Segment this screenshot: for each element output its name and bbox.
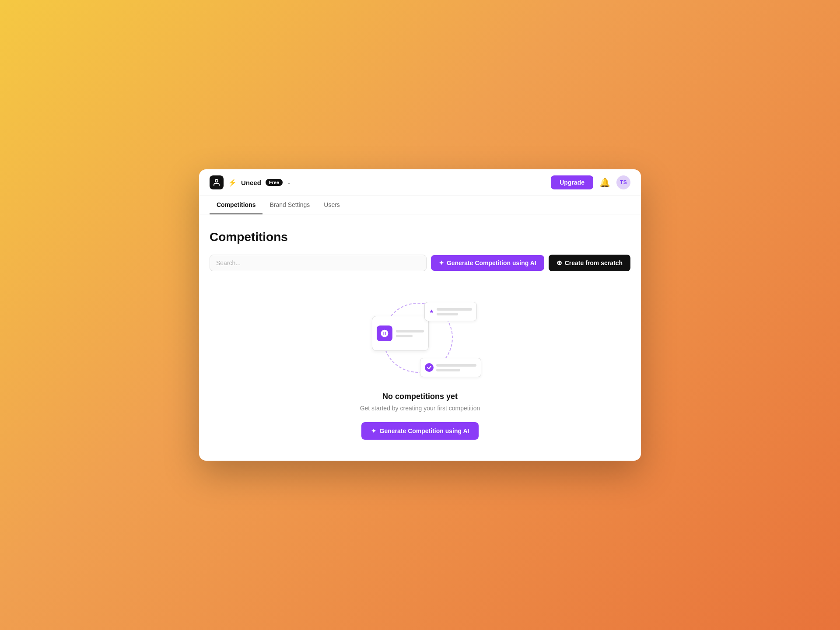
nav-tabs: Competitions Brand Settings Users [199, 196, 641, 214]
upgrade-button[interactable]: Upgrade [551, 175, 593, 189]
illus-line [437, 308, 472, 311]
app-window: ⚡ Uneed Free ⌄ Upgrade 🔔 TS Competitions… [199, 169, 641, 461]
wand-icon-center: ✦ [371, 427, 376, 434]
search-input-wrapper [210, 255, 427, 271]
illus-line-short [396, 335, 413, 337]
empty-illustration: ★ [359, 294, 481, 382]
illus-card-icon [377, 326, 392, 341]
avatar[interactable]: TS [616, 175, 630, 189]
lightning-icon: ⚡ [228, 178, 237, 187]
generate-ai-button[interactable]: ✦ Generate Competition using AI [431, 255, 544, 271]
brand-name: Uneed [241, 179, 261, 186]
illus-lines-top [437, 308, 472, 315]
chevron-down-icon[interactable]: ⌄ [287, 179, 291, 186]
empty-subtitle: Get started by creating your first compe… [360, 405, 480, 412]
illus-card-top: ★ [424, 302, 477, 321]
star-icon: ★ [429, 308, 434, 315]
create-from-scratch-button[interactable]: ⊕ Create from scratch [549, 255, 630, 271]
svg-point-0 [215, 179, 218, 182]
illus-line [436, 364, 476, 367]
logo-icon [210, 175, 224, 189]
empty-state: ★ [210, 285, 630, 440]
tab-users[interactable]: Users [317, 196, 347, 214]
illus-card-bottom [420, 358, 481, 377]
illus-line-short [437, 313, 458, 315]
search-actions-row: ✦ Generate Competition using AI ⊕ Create… [210, 255, 630, 271]
tab-brand-settings[interactable]: Brand Settings [262, 196, 317, 214]
illus-line-short [436, 369, 460, 371]
tab-competitions[interactable]: Competitions [210, 196, 262, 214]
bell-icon[interactable]: 🔔 [599, 177, 610, 188]
illus-lines [396, 330, 424, 337]
empty-title: No competitions yet [382, 392, 458, 401]
page-title: Competitions [210, 230, 630, 244]
header-right: Upgrade 🔔 TS [551, 175, 630, 189]
main-content: Competitions ✦ Generate Competition usin… [199, 214, 641, 461]
check-circle-icon [425, 363, 434, 372]
header: ⚡ Uneed Free ⌄ Upgrade 🔔 TS [199, 169, 641, 196]
generate-ai-center-button[interactable]: ✦ Generate Competition using AI [361, 422, 479, 440]
free-badge: Free [266, 179, 283, 186]
header-left: ⚡ Uneed Free ⌄ [210, 175, 291, 189]
search-input[interactable] [210, 255, 427, 271]
plus-circle-icon: ⊕ [556, 259, 562, 267]
illus-line [396, 330, 424, 332]
wand-icon: ✦ [439, 259, 444, 266]
illus-card-main [372, 316, 429, 351]
illus-lines-bottom [436, 364, 476, 371]
